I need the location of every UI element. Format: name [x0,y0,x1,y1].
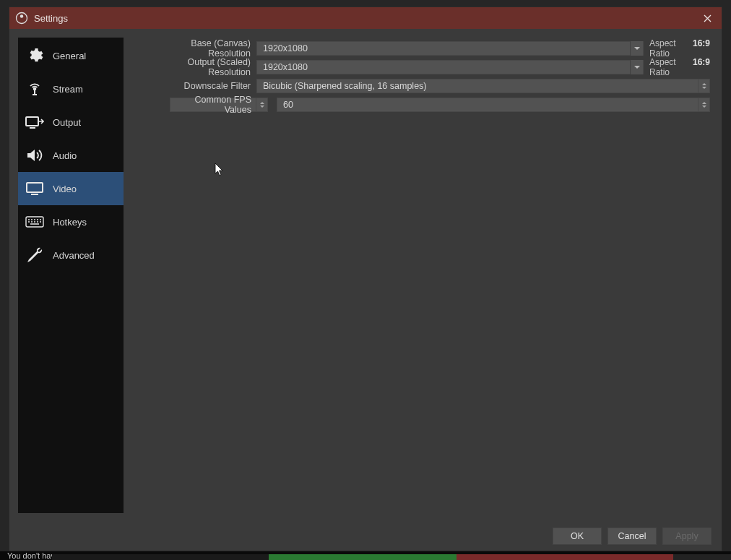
base-resolution-dropdown[interactable]: 1920x1080 [256,41,644,56]
dropdown-value: 1920x1080 [263,62,630,72]
aspect-ratio-label: Aspect Ratio 16:9 [644,57,710,77]
speaker-icon [24,147,46,163]
field-label: Output (Scaled) Resolution [148,57,256,77]
dropdown-value: 1920x1080 [263,43,630,53]
close-button[interactable] [697,10,717,26]
footer: OK Cancel Apply [9,522,722,551]
fps-type-selector[interactable]: Common FPS Values [170,98,256,112]
spinner-icon[interactable] [698,98,710,112]
svg-point-0 [17,13,27,24]
downscale-filter-dropdown[interactable]: Bicubic (Sharpened scaling, 16 samples) [256,79,698,93]
sidebar-item-audio[interactable]: Audio [18,139,124,172]
row-output-resolution: Output (Scaled) Resolution 1920x1080 Asp… [148,58,710,77]
spinner-icon[interactable] [698,79,710,93]
sidebar-item-label: Video [53,184,77,194]
svg-rect-3 [26,117,38,126]
dropdown-value: 60 [283,100,698,110]
background-colors [52,554,731,560]
sidebar-item-advanced[interactable]: Advanced [18,238,124,272]
main-panel: Base (Canvas) Resolution 1920x1080 Aspec… [124,29,722,522]
gear-icon [24,47,46,64]
sidebar-item-hotkeys[interactable]: Hotkeys [18,205,124,238]
sidebar-item-label: General [53,51,86,61]
chevron-down-icon [630,41,643,56]
chevron-down-icon [630,60,643,74]
sidebar-item-label: Stream [53,84,83,95]
sidebar-item-stream[interactable]: Stream [18,72,124,105]
ok-button[interactable]: OK [553,527,602,545]
svg-point-1 [20,14,23,17]
spinner-icon[interactable] [256,98,268,112]
app-logo-icon [15,12,28,25]
row-downscale-filter: Downscale Filter Bicubic (Sharpened scal… [148,77,710,95]
sidebar-item-label: Output [53,117,81,128]
aspect-ratio-label: Aspect Ratio 16:9 [644,38,710,59]
antenna-icon [24,80,46,98]
sidebar-item-video[interactable]: Video [18,172,124,205]
sidebar: General Stream Output Audio [18,38,124,513]
output-resolution-dropdown[interactable]: 1920x1080 [256,60,644,74]
output-icon [24,115,46,129]
fps-value-dropdown[interactable]: 60 [277,98,698,112]
titlebar: Settings [9,7,722,29]
dropdown-value: Bicubic (Sharpened scaling, 16 samples) [263,81,698,91]
sidebar-item-output[interactable]: Output [18,105,124,139]
window-title: Settings [34,13,697,24]
field-label: Base (Canvas) Resolution [148,38,256,59]
monitor-icon [24,181,46,196]
sidebar-item-general[interactable]: General [18,39,124,72]
row-base-resolution: Base (Canvas) Resolution 1920x1080 Aspec… [148,39,710,58]
cancel-button[interactable]: Cancel [607,527,657,545]
sidebar-item-label: Hotkeys [53,217,87,228]
svg-point-2 [34,88,36,90]
tools-icon [24,246,46,264]
settings-window: Settings General Stream [9,7,722,551]
apply-button: Apply [662,527,711,545]
keyboard-icon [24,215,46,228]
sidebar-item-label: Audio [53,150,77,161]
field-label: Downscale Filter [148,81,256,91]
row-fps: Common FPS Values 60 [148,95,710,114]
svg-rect-4 [27,183,43,192]
close-icon [704,14,711,22]
sidebar-item-label: Advanced [53,250,95,261]
